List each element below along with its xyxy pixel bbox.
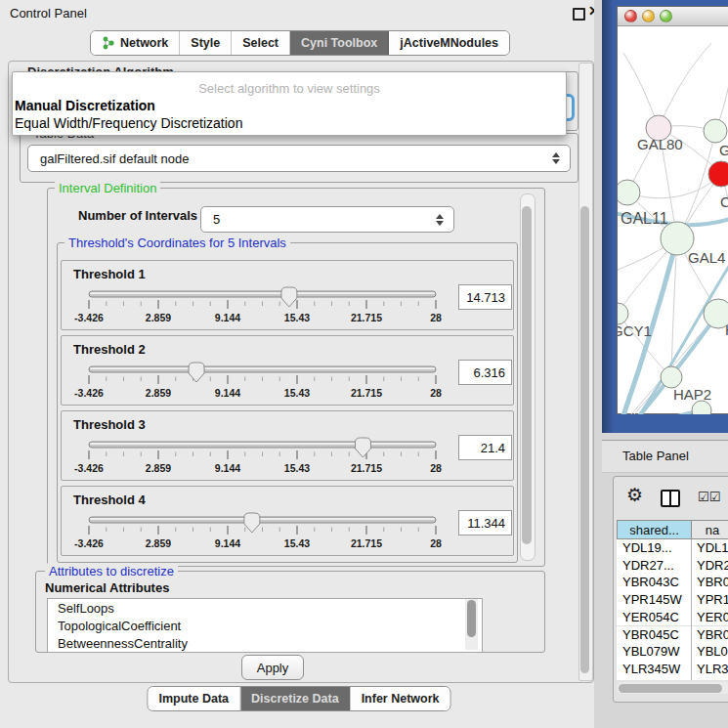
- combo-spinner-icon: [552, 152, 560, 164]
- node-label: C: [720, 193, 728, 210]
- table-row[interactable]: YER054CYER0: [617, 609, 728, 626]
- content-scrollbar[interactable]: [578, 63, 593, 681]
- svg-text:21.715: 21.715: [351, 312, 382, 323]
- table-row[interactable]: YPR145WYPR1: [617, 591, 728, 609]
- table-row[interactable]: YLR345WYLR3: [617, 661, 728, 678]
- dropdown-option-manual[interactable]: Manual Discretization: [15, 98, 155, 113]
- numerical-attributes-label: Numerical Attributes: [45, 580, 169, 595]
- node-label: HAP2: [673, 386, 711, 403]
- tab-discretize-data[interactable]: Discretize Data: [240, 687, 351, 710]
- column-layout-icon[interactable]: [661, 490, 680, 507]
- interval-scrollbar-thumb[interactable]: [522, 206, 532, 544]
- cell-name[interactable]: YBR0: [697, 575, 728, 589]
- network-node[interactable]: [661, 366, 682, 388]
- threshold-value-field[interactable]: 6.316: [458, 360, 512, 385]
- node-label: GAL11: [621, 210, 668, 227]
- attribute-item[interactable]: BetweennessCentrality: [48, 634, 482, 652]
- table-row[interactable]: YDL19...YDL1: [617, 539, 728, 557]
- network-window-titlebar[interactable]: [618, 7, 728, 26]
- table-row[interactable]: YIL052CYIL0: [617, 678, 728, 680]
- cell-shared-name[interactable]: YER054C: [622, 610, 679, 624]
- network-canvas[interactable]: GAL80G.CGAL11GAL4GCY1HHAP2: [618, 25, 728, 414]
- slider-thumb[interactable]: [244, 513, 260, 533]
- thresholds-group-title: Threshold's Coordinates for 5 Intervals: [64, 236, 290, 250]
- threshold-value-field[interactable]: 14.713: [458, 284, 512, 310]
- threshold-slider[interactable]: -3.4262.8599.14415.4321.71528: [62, 358, 513, 403]
- slider-thumb[interactable]: [281, 287, 297, 307]
- threshold-panel-3: Threshold 3-3.4262.8599.14415.4321.71528…: [61, 410, 514, 481]
- tab-cyni-toolbox[interactable]: Cyni Toolbox: [290, 31, 389, 55]
- svg-text:28: 28: [430, 387, 442, 399]
- cell-name[interactable]: YBR0: [697, 627, 728, 642]
- threshold-value-field[interactable]: 21.4: [458, 435, 512, 460]
- cell-shared-name[interactable]: YLR345W: [622, 662, 680, 676]
- svg-text:28: 28: [430, 462, 442, 474]
- table-data-combobox[interactable]: galFiltered.sif default node: [27, 145, 571, 172]
- network-node[interactable]: [618, 180, 640, 205]
- threshold-label: Threshold 4: [73, 492, 146, 507]
- table-row[interactable]: YDR27...YDR2: [617, 557, 728, 575]
- cell-shared-name[interactable]: YDR27...: [622, 558, 674, 573]
- cell-name[interactable]: YLR3: [697, 662, 728, 676]
- attribute-item[interactable]: TopologicalCoefficient: [48, 617, 482, 634]
- tab-impute-data[interactable]: Impute Data: [148, 687, 240, 710]
- content-scrollbar-thumb[interactable]: [580, 206, 589, 673]
- cell-name[interactable]: YDR2: [697, 558, 728, 573]
- cell-shared-name[interactable]: YBR043C: [622, 575, 679, 589]
- mac-zoom-button[interactable]: [660, 10, 672, 22]
- slider-thumb[interactable]: [355, 438, 370, 457]
- mac-minimize-button[interactable]: [642, 10, 655, 22]
- interval-definition-title: Interval Definition: [55, 181, 160, 195]
- algorithm-dropdown-popup: Select algorithm to view settings Manual…: [12, 71, 567, 136]
- cell-name[interactable]: YBL0: [697, 644, 728, 659]
- slider-thumb[interactable]: [189, 363, 204, 382]
- num-intervals-spinner[interactable]: 5: [200, 206, 454, 233]
- gear-icon[interactable]: ⚙: [626, 486, 643, 504]
- svg-text:9.144: 9.144: [215, 387, 240, 399]
- cell-shared-name[interactable]: YBR045C: [622, 627, 679, 642]
- network-node[interactable]: [692, 401, 711, 414]
- network-node[interactable]: [618, 303, 628, 324]
- column-header-name[interactable]: na: [691, 520, 728, 539]
- tab-network[interactable]: Network: [91, 31, 180, 55]
- threshold-slider[interactable]: -3.4262.8599.14415.4321.71528: [62, 282, 513, 327]
- threshold-value-field[interactable]: 11.344: [458, 510, 512, 535]
- threshold-slider[interactable]: -3.4262.8599.14415.4321.71528: [62, 508, 513, 553]
- cell-name[interactable]: YIL0: [697, 679, 723, 680]
- tab-style[interactable]: Style: [180, 31, 232, 55]
- svg-text:2.859: 2.859: [146, 387, 171, 399]
- table-row[interactable]: YBR045CYBR0: [617, 626, 728, 644]
- svg-text:-3.426: -3.426: [74, 387, 104, 399]
- table-row[interactable]: YBR043CYBR0: [617, 574, 728, 591]
- cell-shared-name[interactable]: YPR145W: [622, 592, 682, 607]
- tab-jactivemnodules[interactable]: jActiveMNodules: [389, 31, 509, 55]
- dropdown-placeholder: Select algorithm to view settings: [13, 81, 566, 96]
- dropdown-option-equal-width[interactable]: Equal Width/Frequency Discretization: [15, 115, 242, 131]
- table-data-selected: galFiltered.sif default node: [40, 151, 189, 166]
- network-window-frame: GAL80G.CGAL11GAL4GCY1HHAP2: [602, 0, 728, 433]
- cell-shared-name[interactable]: YBL079W: [622, 644, 680, 659]
- mac-close-button[interactable]: [624, 10, 637, 22]
- apply-button[interactable]: Apply: [241, 655, 304, 680]
- num-intervals-value: 5: [213, 212, 220, 227]
- tab-select[interactable]: Select: [232, 31, 290, 55]
- cell-shared-name[interactable]: YIL052C: [622, 679, 672, 680]
- svg-text:15.43: 15.43: [284, 462, 310, 474]
- column-header-shared-name[interactable]: shared...: [617, 520, 692, 539]
- table-hscrollbar-thumb[interactable]: [619, 684, 722, 693]
- float-window-icon[interactable]: [573, 8, 585, 21]
- cell-name[interactable]: YDL1: [697, 540, 728, 555]
- attributes-scrollbar-thumb[interactable]: [467, 600, 476, 637]
- svg-text:2.859: 2.859: [146, 537, 171, 549]
- interval-scrollbar[interactable]: [520, 193, 535, 561]
- cell-shared-name[interactable]: YDL19...: [622, 540, 672, 555]
- cell-name[interactable]: YER0: [697, 610, 728, 624]
- tab-infer-network[interactable]: Infer Network: [351, 687, 450, 710]
- attribute-item[interactable]: SelfLoops: [48, 599, 482, 617]
- cell-name[interactable]: YPR1: [697, 592, 728, 607]
- svg-text:15.43: 15.43: [284, 537, 310, 549]
- network-node[interactable]: [704, 119, 727, 143]
- threshold-slider[interactable]: -3.4262.8599.14415.4321.71528: [62, 433, 513, 478]
- checkbox-icons[interactable]: ☑☑: [698, 490, 720, 504]
- table-row[interactable]: YBL079WYBL0: [617, 643, 728, 661]
